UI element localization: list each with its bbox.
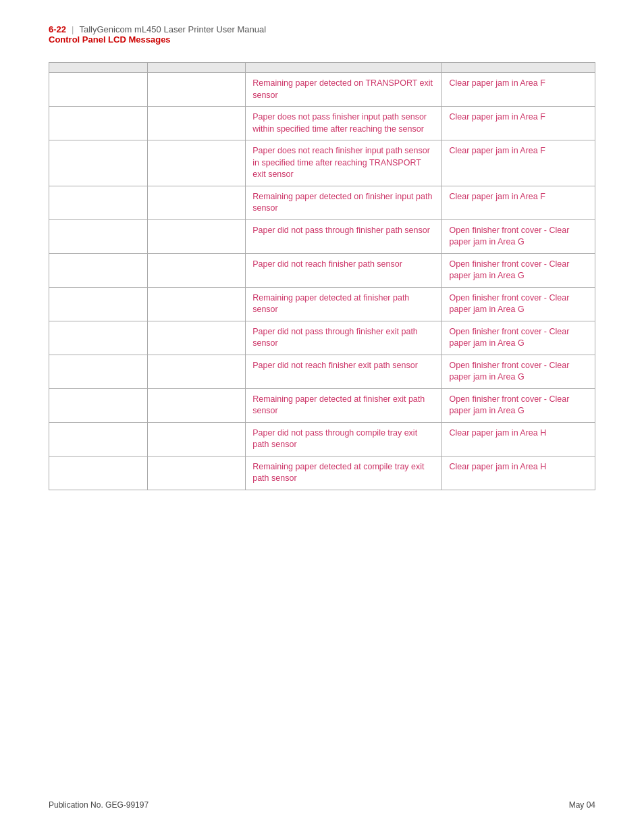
doc-title: TallyGenicom mL450 Laser Printer User Ma… xyxy=(79,24,266,34)
table-row: Remaining paper detected at finisher exi… xyxy=(49,388,595,422)
cell-description: Remaining paper detected on TRANSPORT ex… xyxy=(246,73,442,107)
table-header-row xyxy=(49,63,595,73)
main-table-container: Remaining paper detected on TRANSPORT ex… xyxy=(49,62,595,490)
cell-action: Clear paper jam in Area F xyxy=(442,140,595,186)
section-title: Control Panel LCD Messages xyxy=(49,34,171,45)
cell-action: Clear paper jam in Area H xyxy=(442,456,595,490)
cell-col2 xyxy=(147,287,246,321)
cell-description: Paper did not reach finisher path sensor xyxy=(246,253,442,287)
cell-col1 xyxy=(49,456,148,490)
cell-action: Open finisher front cover - Clear paper … xyxy=(442,388,595,422)
cell-description: Paper did not reach finisher exit path s… xyxy=(246,355,442,388)
cell-action: Open finisher front cover - Clear paper … xyxy=(442,219,595,253)
cell-description: Paper does not reach finisher input path… xyxy=(246,140,442,186)
cell-col1 xyxy=(49,186,148,219)
cell-col2 xyxy=(147,186,246,219)
cell-col1 xyxy=(49,388,148,422)
cell-action: Clear paper jam in Area H xyxy=(442,422,595,456)
lcd-messages-table: Remaining paper detected on TRANSPORT ex… xyxy=(49,62,595,490)
cell-description: Remaining paper detected on finisher inp… xyxy=(246,186,442,219)
page-footer: Publication No. GEG-99197 May 04 xyxy=(0,800,644,810)
cell-action: Clear paper jam in Area F xyxy=(442,186,595,219)
cell-action: Open finisher front cover - Clear paper … xyxy=(442,287,595,321)
page-number: 6-22 xyxy=(49,24,66,34)
cell-col1 xyxy=(49,253,148,287)
col-header-2 xyxy=(147,63,246,73)
cell-action: Open finisher front cover - Clear paper … xyxy=(442,253,595,287)
cell-description: Paper does not pass finisher input path … xyxy=(246,107,442,140)
cell-col2 xyxy=(147,140,246,186)
cell-col1 xyxy=(49,287,148,321)
cell-col1 xyxy=(49,107,148,140)
table-row: Paper did not pass through compile tray … xyxy=(49,422,595,456)
table-row: Remaining paper detected at compile tray… xyxy=(49,456,595,490)
table-row: Remaining paper detected on TRANSPORT ex… xyxy=(49,73,595,107)
cell-description: Remaining paper detected at finisher exi… xyxy=(246,388,442,422)
table-row: Paper did not reach finisher exit path s… xyxy=(49,355,595,388)
table-row: Paper did not pass through finisher path… xyxy=(49,219,595,253)
cell-col2 xyxy=(147,456,246,490)
table-row: Paper does not reach finisher input path… xyxy=(49,140,595,186)
cell-col1 xyxy=(49,73,148,107)
footer-left: Publication No. GEG-99197 xyxy=(49,800,149,810)
cell-col1 xyxy=(49,140,148,186)
table-row: Paper did not pass through finisher exit… xyxy=(49,321,595,355)
cell-action: Open finisher front cover - Clear paper … xyxy=(442,321,595,355)
cell-col2 xyxy=(147,107,246,140)
cell-description: Paper did not pass through finisher path… xyxy=(246,219,442,253)
cell-col2 xyxy=(147,388,246,422)
cell-col1 xyxy=(49,219,148,253)
col-header-1 xyxy=(49,63,148,73)
col-header-3 xyxy=(246,63,442,73)
cell-action: Clear paper jam in Area F xyxy=(442,107,595,140)
cell-description: Remaining paper detected at finisher pat… xyxy=(246,287,442,321)
cell-col1 xyxy=(49,422,148,456)
cell-col2 xyxy=(147,219,246,253)
cell-description: Paper did not pass through compile tray … xyxy=(246,422,442,456)
cell-col2 xyxy=(147,321,246,355)
cell-action: Open finisher front cover - Clear paper … xyxy=(442,355,595,388)
cell-col1 xyxy=(49,321,148,355)
page-header: 6-22 | TallyGenicom mL450 Laser Printer … xyxy=(0,0,644,50)
cell-col2 xyxy=(147,355,246,388)
cell-col1 xyxy=(49,355,148,388)
cell-col2 xyxy=(147,73,246,107)
cell-description: Paper did not pass through finisher exit… xyxy=(246,321,442,355)
table-row: Paper did not reach finisher path sensor… xyxy=(49,253,595,287)
footer-right: May 04 xyxy=(569,800,595,810)
table-row: Remaining paper detected on finisher inp… xyxy=(49,186,595,219)
table-row: Remaining paper detected at finisher pat… xyxy=(49,287,595,321)
cell-col2 xyxy=(147,422,246,456)
table-row: Paper does not pass finisher input path … xyxy=(49,107,595,140)
cell-col2 xyxy=(147,253,246,287)
col-header-4 xyxy=(442,63,595,73)
cell-description: Remaining paper detected at compile tray… xyxy=(246,456,442,490)
cell-action: Clear paper jam in Area F xyxy=(442,73,595,107)
